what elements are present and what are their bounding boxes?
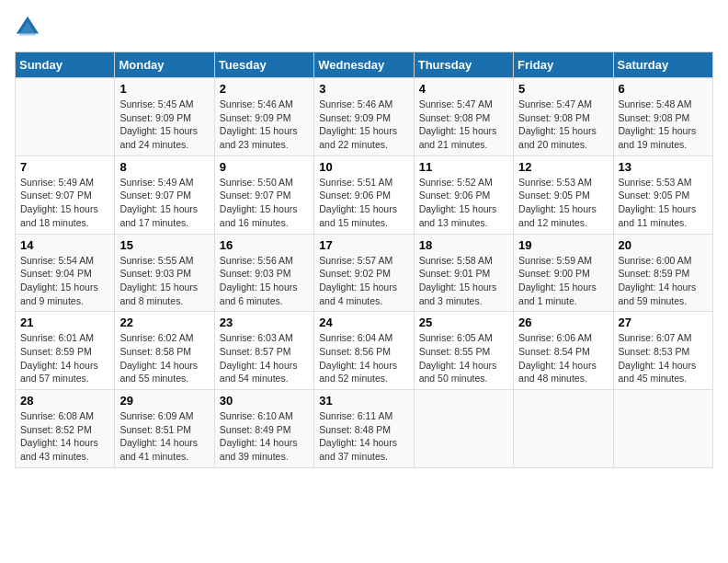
calendar-cell: 16Sunrise: 5:56 AM Sunset: 9:03 PM Dayli… bbox=[214, 234, 313, 312]
day-info: Sunrise: 5:49 AM Sunset: 9:07 PM Dayligh… bbox=[20, 176, 109, 230]
day-info: Sunrise: 5:50 AM Sunset: 9:07 PM Dayligh… bbox=[220, 176, 309, 230]
calendar-cell: 28Sunrise: 6:08 AM Sunset: 8:52 PM Dayli… bbox=[16, 390, 115, 468]
calendar-cell: 27Sunrise: 6:07 AM Sunset: 8:53 PM Dayli… bbox=[613, 312, 712, 390]
day-info: Sunrise: 5:56 AM Sunset: 9:03 PM Dayligh… bbox=[220, 254, 309, 308]
day-info: Sunrise: 5:53 AM Sunset: 9:05 PM Dayligh… bbox=[619, 176, 708, 230]
day-info: Sunrise: 5:46 AM Sunset: 9:09 PM Dayligh… bbox=[220, 98, 309, 152]
day-info: Sunrise: 5:49 AM Sunset: 9:07 PM Dayligh… bbox=[119, 176, 209, 230]
day-number: 12 bbox=[518, 160, 608, 174]
day-info: Sunrise: 5:47 AM Sunset: 9:08 PM Dayligh… bbox=[419, 98, 508, 152]
day-number: 9 bbox=[220, 160, 309, 174]
header-sunday: Sunday bbox=[16, 52, 115, 78]
day-number: 4 bbox=[419, 82, 508, 96]
day-info: Sunrise: 5:45 AM Sunset: 9:09 PM Dayligh… bbox=[119, 98, 209, 152]
header-monday: Monday bbox=[115, 52, 214, 78]
calendar-cell: 21Sunrise: 6:01 AM Sunset: 8:59 PM Dayli… bbox=[16, 312, 115, 390]
day-info: Sunrise: 6:02 AM Sunset: 8:58 PM Dayligh… bbox=[119, 331, 209, 385]
day-number: 29 bbox=[119, 394, 209, 408]
day-info: Sunrise: 6:08 AM Sunset: 8:52 PM Dayligh… bbox=[20, 409, 109, 464]
day-info: Sunrise: 5:55 AM Sunset: 9:03 PM Dayligh… bbox=[119, 254, 209, 308]
calendar-cell: 8Sunrise: 5:49 AM Sunset: 9:07 PM Daylig… bbox=[115, 155, 214, 234]
day-info: Sunrise: 5:54 AM Sunset: 9:04 PM Dayligh… bbox=[20, 254, 109, 308]
day-info: Sunrise: 6:10 AM Sunset: 8:49 PM Dayligh… bbox=[220, 409, 309, 464]
day-number: 3 bbox=[319, 82, 408, 96]
calendar-cell: 29Sunrise: 6:09 AM Sunset: 8:51 PM Dayli… bbox=[115, 390, 214, 468]
week-row-4: 21Sunrise: 6:01 AM Sunset: 8:59 PM Dayli… bbox=[16, 312, 713, 390]
day-info: Sunrise: 6:06 AM Sunset: 8:54 PM Dayligh… bbox=[518, 331, 608, 385]
day-number: 15 bbox=[119, 238, 209, 252]
day-number: 8 bbox=[119, 160, 209, 174]
day-number: 20 bbox=[619, 238, 708, 252]
calendar-cell: 5Sunrise: 5:47 AM Sunset: 9:08 PM Daylig… bbox=[514, 78, 613, 156]
day-number: 6 bbox=[619, 82, 708, 96]
day-number: 28 bbox=[20, 394, 109, 408]
calendar-cell: 19Sunrise: 5:59 AM Sunset: 9:00 PM Dayli… bbox=[514, 234, 613, 312]
day-number: 27 bbox=[619, 316, 708, 329]
calendar-cell: 1Sunrise: 5:45 AM Sunset: 9:09 PM Daylig… bbox=[115, 78, 214, 156]
day-number: 2 bbox=[220, 82, 309, 96]
week-row-3: 14Sunrise: 5:54 AM Sunset: 9:04 PM Dayli… bbox=[16, 234, 713, 312]
calendar-cell: 14Sunrise: 5:54 AM Sunset: 9:04 PM Dayli… bbox=[16, 234, 115, 312]
day-info: Sunrise: 6:11 AM Sunset: 8:48 PM Dayligh… bbox=[319, 409, 408, 464]
day-number: 11 bbox=[419, 160, 508, 174]
day-info: Sunrise: 6:04 AM Sunset: 8:56 PM Dayligh… bbox=[319, 331, 408, 385]
day-info: Sunrise: 5:46 AM Sunset: 9:09 PM Dayligh… bbox=[319, 98, 408, 152]
day-info: Sunrise: 5:51 AM Sunset: 9:06 PM Dayligh… bbox=[319, 176, 408, 230]
day-number: 23 bbox=[220, 316, 309, 329]
calendar-cell: 12Sunrise: 5:53 AM Sunset: 9:05 PM Dayli… bbox=[514, 155, 613, 234]
calendar-cell: 20Sunrise: 6:00 AM Sunset: 8:59 PM Dayli… bbox=[613, 234, 712, 312]
week-row-1: 1Sunrise: 5:45 AM Sunset: 9:09 PM Daylig… bbox=[16, 78, 713, 156]
day-number: 10 bbox=[319, 160, 408, 174]
calendar-cell bbox=[514, 390, 613, 468]
page-header bbox=[15, 15, 713, 40]
calendar-cell: 4Sunrise: 5:47 AM Sunset: 9:08 PM Daylig… bbox=[414, 78, 513, 156]
header-saturday: Saturday bbox=[613, 52, 712, 78]
calendar-cell bbox=[16, 78, 115, 156]
calendar-cell: 2Sunrise: 5:46 AM Sunset: 9:09 PM Daylig… bbox=[214, 78, 313, 156]
day-number: 18 bbox=[419, 238, 508, 252]
calendar-table: SundayMondayTuesdayWednesdayThursdayFrid… bbox=[15, 52, 713, 468]
calendar-header: SundayMondayTuesdayWednesdayThursdayFrid… bbox=[16, 52, 713, 78]
day-info: Sunrise: 5:48 AM Sunset: 9:08 PM Dayligh… bbox=[619, 98, 708, 152]
day-number: 24 bbox=[319, 316, 408, 329]
day-info: Sunrise: 5:52 AM Sunset: 9:06 PM Dayligh… bbox=[419, 176, 508, 230]
calendar-cell: 15Sunrise: 5:55 AM Sunset: 9:03 PM Dayli… bbox=[115, 234, 214, 312]
day-number: 7 bbox=[20, 160, 109, 174]
day-number: 31 bbox=[319, 394, 408, 408]
calendar-cell: 23Sunrise: 6:03 AM Sunset: 8:57 PM Dayli… bbox=[214, 312, 313, 390]
day-info: Sunrise: 6:09 AM Sunset: 8:51 PM Dayligh… bbox=[119, 409, 209, 464]
day-info: Sunrise: 5:58 AM Sunset: 9:01 PM Dayligh… bbox=[419, 254, 508, 308]
day-info: Sunrise: 6:03 AM Sunset: 8:57 PM Dayligh… bbox=[220, 331, 309, 385]
calendar-cell: 13Sunrise: 5:53 AM Sunset: 9:05 PM Dayli… bbox=[613, 155, 712, 234]
header-tuesday: Tuesday bbox=[214, 52, 313, 78]
calendar-cell bbox=[613, 390, 712, 468]
day-number: 1 bbox=[119, 82, 209, 96]
calendar-cell: 9Sunrise: 5:50 AM Sunset: 9:07 PM Daylig… bbox=[214, 155, 313, 234]
calendar-cell: 24Sunrise: 6:04 AM Sunset: 8:56 PM Dayli… bbox=[314, 312, 414, 390]
day-info: Sunrise: 5:47 AM Sunset: 9:08 PM Dayligh… bbox=[518, 98, 608, 152]
logo bbox=[15, 15, 42, 40]
header-row: SundayMondayTuesdayWednesdayThursdayFrid… bbox=[16, 52, 713, 78]
calendar-cell: 26Sunrise: 6:06 AM Sunset: 8:54 PM Dayli… bbox=[514, 312, 613, 390]
calendar-cell: 22Sunrise: 6:02 AM Sunset: 8:58 PM Dayli… bbox=[115, 312, 214, 390]
calendar-cell: 18Sunrise: 5:58 AM Sunset: 9:01 PM Dayli… bbox=[414, 234, 513, 312]
day-info: Sunrise: 6:01 AM Sunset: 8:59 PM Dayligh… bbox=[20, 331, 109, 385]
day-number: 30 bbox=[220, 394, 309, 408]
day-number: 5 bbox=[518, 82, 608, 96]
day-info: Sunrise: 6:00 AM Sunset: 8:59 PM Dayligh… bbox=[619, 254, 708, 308]
day-info: Sunrise: 6:05 AM Sunset: 8:55 PM Dayligh… bbox=[419, 331, 508, 385]
header-wednesday: Wednesday bbox=[314, 52, 414, 78]
day-number: 14 bbox=[20, 238, 109, 252]
calendar-cell: 6Sunrise: 5:48 AM Sunset: 9:08 PM Daylig… bbox=[613, 78, 712, 156]
logo-icon bbox=[15, 15, 40, 40]
calendar-cell: 7Sunrise: 5:49 AM Sunset: 9:07 PM Daylig… bbox=[16, 155, 115, 234]
day-info: Sunrise: 6:07 AM Sunset: 8:53 PM Dayligh… bbox=[619, 331, 708, 385]
calendar-cell: 3Sunrise: 5:46 AM Sunset: 9:09 PM Daylig… bbox=[314, 78, 414, 156]
day-number: 22 bbox=[119, 316, 209, 329]
day-number: 13 bbox=[619, 160, 708, 174]
calendar-cell: 30Sunrise: 6:10 AM Sunset: 8:49 PM Dayli… bbox=[214, 390, 313, 468]
day-info: Sunrise: 5:59 AM Sunset: 9:00 PM Dayligh… bbox=[518, 254, 608, 308]
calendar-cell: 10Sunrise: 5:51 AM Sunset: 9:06 PM Dayli… bbox=[314, 155, 414, 234]
day-number: 21 bbox=[20, 316, 109, 329]
day-number: 17 bbox=[319, 238, 408, 252]
